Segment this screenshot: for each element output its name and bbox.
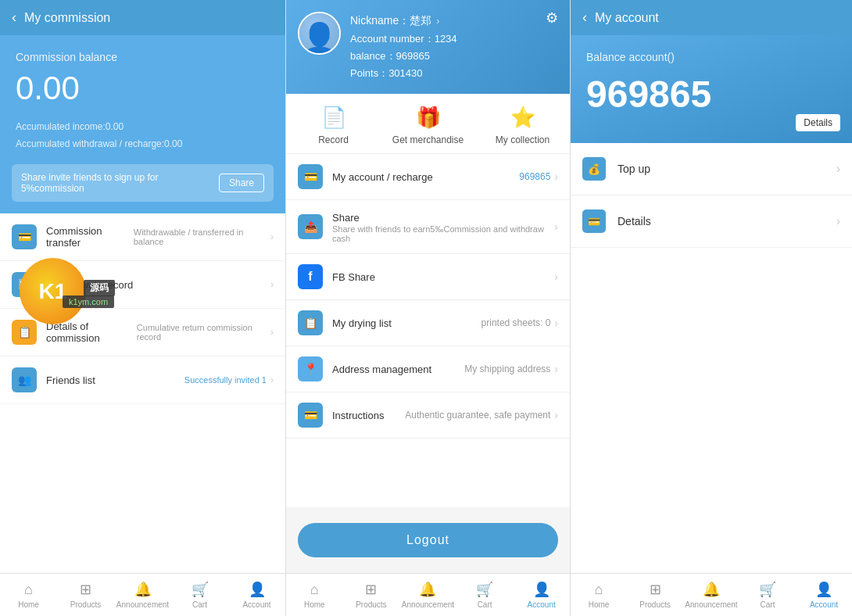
announcement-icon: 🔔 — [703, 581, 720, 598]
arrow-icon: › — [554, 170, 558, 183]
home-icon: ⌂ — [310, 582, 319, 598]
announcement-label: Announcement — [116, 600, 169, 609]
details-label: Details — [618, 215, 836, 227]
list-item[interactable]: 💳 My account / recharge 969865 › — [286, 154, 570, 200]
arrow-icon: › — [554, 409, 558, 421]
arrow-icon: › — [554, 363, 558, 375]
account-bottom-nav: ⌂ Home ⊞ Products 🔔 Announcement 🛒 Cart … — [571, 573, 852, 616]
account-balance-section: Balance account() 969865 Details — [571, 35, 852, 143]
announcement-icon: 🔔 — [134, 581, 152, 598]
account-number: Account number：1234 — [350, 30, 457, 48]
logout-button[interactable]: Logout — [298, 523, 558, 557]
nav-announcement[interactable]: 🔔 Announcement — [683, 574, 739, 616]
back-arrow-icon[interactable]: ‹ — [12, 9, 16, 26]
list-item[interactable]: 🔄 Withdrawals record › — [0, 261, 285, 309]
collection-icon: ⭐ — [510, 106, 535, 130]
account-label: Account — [242, 600, 270, 609]
merchandise-icon: 🎁 — [416, 106, 441, 130]
list-item[interactable]: 👥 Friends list Successfully invited 1 › — [0, 356, 285, 404]
logout-section: Logout — [286, 507, 570, 573]
arrow-icon: › — [270, 374, 274, 385]
list-item[interactable]: 📤 Share Share with friends to earn5‰Comm… — [286, 200, 570, 254]
nav-cart[interactable]: 🛒 Cart — [171, 574, 228, 616]
nickname-arrow-icon: › — [436, 13, 439, 29]
quick-action-collection[interactable]: ⭐ My collection — [475, 106, 570, 145]
commission-header: ‹ My commission — [0, 0, 285, 35]
fb-share-label: FB Share — [332, 271, 375, 283]
middle-bottom-nav: ⌂ Home ⊞ Products 🔔 Announcement 🛒 Cart … — [286, 573, 570, 616]
nav-announcement[interactable]: 🔔 Announcement — [399, 574, 456, 616]
arrow-icon: › — [270, 231, 274, 242]
account-icon: 👤 — [533, 581, 550, 598]
share-icon: 📤 — [298, 214, 323, 239]
nav-home[interactable]: ⌂ Home — [0, 574, 57, 616]
list-item[interactable]: 📋 Details of commission Cumulative retur… — [0, 309, 285, 356]
commission-transfer-label: Commission transfer — [46, 225, 134, 249]
record-icon: 📄 — [321, 106, 346, 130]
nav-announcement[interactable]: 🔔 Announcement — [114, 574, 171, 616]
commission-transfer-sub: Withdrawable / transferred in balance — [134, 227, 267, 246]
account-icon: 👤 — [249, 581, 266, 598]
nav-account[interactable]: 👤 Account — [228, 574, 285, 616]
home-label: Home — [304, 600, 325, 609]
accumulated-income: Accumulated income:0.00 — [16, 119, 270, 136]
details-label: Details of commission — [46, 321, 137, 344]
cart-label: Cart — [761, 600, 775, 609]
back-arrow-icon[interactable]: ‹ — [582, 9, 587, 26]
commission-bottom-nav: ⌂ Home ⊞ Products 🔔 Announcement 🛒 Cart … — [0, 573, 285, 616]
nav-home[interactable]: ⌂ Home — [571, 574, 627, 616]
panel-commission: ‹ My commission Commission balance 0.00 … — [0, 0, 285, 616]
share-sub: Share with friends to earn5‰Commission a… — [332, 224, 554, 243]
friends-icon: 👥 — [12, 367, 37, 392]
account-balance-value: 969865 — [586, 73, 836, 116]
cart-label: Cart — [478, 600, 492, 609]
withdrawals-icon: 🔄 — [12, 272, 37, 297]
share-button[interactable]: Share — [219, 174, 264, 192]
collection-label: My collection — [496, 134, 550, 145]
address-icon: 📍 — [298, 356, 323, 381]
menu-list: 💳 My account / recharge 969865 › 📤 Share… — [286, 154, 570, 507]
gear-icon[interactable]: ⚙ — [546, 9, 558, 27]
nav-products[interactable]: ⊞ Products — [57, 574, 114, 616]
nav-account-active[interactable]: 👤 Account — [513, 574, 570, 616]
products-icon: ⊞ — [80, 581, 91, 598]
nav-home[interactable]: ⌂ Home — [286, 574, 343, 616]
list-item[interactable]: 💳 Details › — [571, 195, 852, 248]
commission-invite-text: Share invite friends to sign up for 5%co… — [21, 172, 219, 194]
profile-nickname[interactable]: Nickname：楚郑 › — [350, 12, 457, 30]
quick-actions: 📄 Record 🎁 Get merchandise ⭐ My collecti… — [286, 94, 570, 154]
nav-products[interactable]: ⊞ Products — [343, 574, 400, 616]
account-recharge-label: My account / recharge — [332, 171, 433, 183]
nav-products[interactable]: ⊞ Products — [627, 574, 683, 616]
record-label: Record — [318, 134, 349, 145]
arrow-icon: › — [554, 317, 558, 329]
home-icon: ⌂ — [24, 582, 33, 598]
nav-cart[interactable]: 🛒 Cart — [739, 574, 796, 616]
account-label: Account — [810, 600, 838, 609]
arrow-icon: › — [554, 270, 558, 283]
nav-account-active[interactable]: 👤 Account — [796, 574, 852, 616]
drying-list-label: My drying list — [332, 317, 392, 329]
quick-action-merchandise[interactable]: 🎁 Get merchandise — [381, 106, 475, 145]
list-item[interactable]: 📍 Address management My shipping address… — [286, 346, 570, 392]
details-badge-button[interactable]: Details — [796, 114, 840, 131]
drying-list-icon: 📋 — [298, 310, 323, 335]
profile-info: 👤 Nickname：楚郑 › Account number：1234 bala… — [298, 12, 558, 82]
account-icon: 👤 — [815, 581, 832, 598]
cart-icon: 🛒 — [192, 581, 209, 598]
list-item[interactable]: 💰 Top up › — [571, 143, 852, 195]
products-label: Products — [356, 600, 386, 609]
commission-stats: Accumulated income:0.00 Accumulated with… — [16, 119, 270, 152]
points-text: Points：301430 — [350, 65, 457, 82]
commission-menu-items: 💳 Commission transfer Withdrawable / tra… — [0, 213, 285, 573]
list-item[interactable]: 💳 Instructions Authentic guarantee, safe… — [286, 392, 570, 439]
products-label: Products — [639, 600, 670, 609]
quick-action-record[interactable]: 📄 Record — [286, 106, 381, 145]
list-item[interactable]: 📋 My drying list printed sheets: 0 › — [286, 300, 570, 346]
commission-title: My commission — [24, 11, 110, 25]
commission-balance-label: Commission balance — [16, 51, 270, 63]
nickname-text: Nickname：楚郑 — [350, 12, 431, 30]
list-item[interactable]: f FB Share › — [286, 254, 570, 300]
nav-cart[interactable]: 🛒 Cart — [456, 574, 514, 616]
list-item[interactable]: 💳 Commission transfer Withdrawable / tra… — [0, 213, 285, 261]
